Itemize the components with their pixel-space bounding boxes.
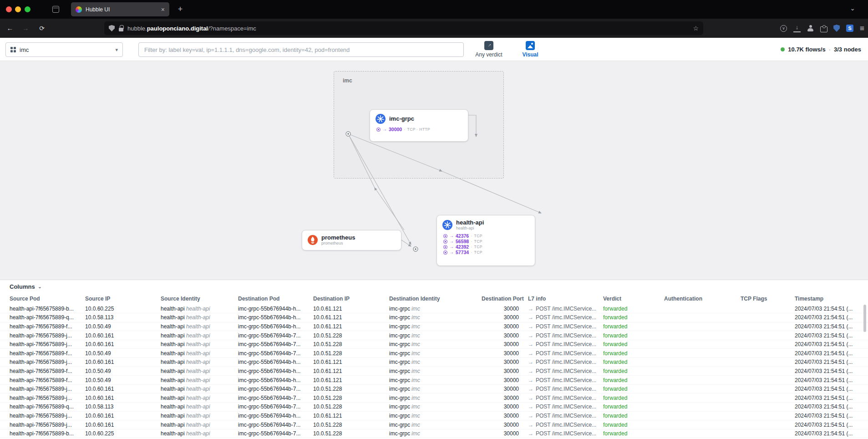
arrow-right-icon: → <box>528 332 533 339</box>
table-row[interactable]: health-api-7f65675889-j... 10.0.60.161 h… <box>0 358 868 367</box>
flows-scrollbar[interactable] <box>863 305 866 332</box>
cell-source-identity: health-apihealth-api <box>161 411 238 420</box>
table-row[interactable]: health-api-7f65675889-b... 10.0.60.225 h… <box>0 429 868 438</box>
namespace-grid-icon <box>10 47 16 52</box>
hamburger-menu-icon[interactable]: ≡ <box>860 25 864 32</box>
cell-timestamp: 2024/07/03 21:54:51 (... <box>795 304 868 313</box>
table-row[interactable]: health-api-7f65675889-f... 10.0.50.49 he… <box>0 322 868 331</box>
forward-button[interactable]: → <box>20 23 31 34</box>
namespace-select[interactable]: imc ▾ <box>5 42 123 57</box>
flows-header-row: Source Pod Source IP Source Identity Des… <box>0 293 868 304</box>
cell-timestamp: 2024/07/03 21:54:51 (... <box>795 411 868 420</box>
chevron-down-icon: ⌄ <box>38 284 42 290</box>
cell-source-ip: 10.0.50.49 <box>85 367 161 376</box>
cell-verdict: forwarded <box>603 331 664 340</box>
cell-verdict: forwarded <box>603 322 664 331</box>
table-row[interactable]: health-api-7f65675889-j... 10.0.60.161 h… <box>0 331 868 340</box>
port-number: 42392 <box>456 244 469 250</box>
table-row[interactable]: health-api-7f65675889-j... 10.0.60.161 h… <box>0 393 868 403</box>
dot-separator: · <box>471 239 472 244</box>
col-destination-port[interactable]: Destination Port <box>482 293 528 304</box>
table-row[interactable]: health-api-7f65675889-j... 10.0.60.161 h… <box>0 384 868 393</box>
adblock-shield-icon[interactable] <box>833 25 840 32</box>
access-point[interactable]: → 30000 · TCP · HTTP <box>376 127 462 132</box>
verdict-filter-button[interactable]: Any verdict <box>469 41 509 58</box>
cell-destination-identity: imc-grpcimc <box>389 304 482 313</box>
col-verdict[interactable]: Verdict <box>603 293 664 304</box>
s-extension-icon[interactable]: S <box>846 25 853 32</box>
cell-authentication <box>664 367 741 376</box>
col-destination-pod[interactable]: Destination Pod <box>238 293 313 304</box>
cell-source-pod: health-api-7f65675889-f... <box>0 349 85 358</box>
arrow-right-icon: → <box>382 127 387 132</box>
arrow-right-icon: → <box>449 234 454 238</box>
flow-filter-input[interactable] <box>138 42 464 57</box>
col-tcp-flags[interactable]: TCP Flags <box>741 293 795 304</box>
cell-authentication <box>664 322 741 331</box>
browser-tab[interactable]: Hubble UI × <box>71 2 169 16</box>
table-row[interactable]: health-api-7f65675889-j... 10.0.60.161 h… <box>0 411 868 420</box>
url-bar[interactable]: hubble.pauloponciano.digital/?namespace=… <box>104 21 703 35</box>
list-tabs-chevron-icon[interactable]: ⌄ <box>850 5 855 12</box>
cell-source-pod: health-api-7f65675889-f... <box>0 376 85 385</box>
cell-verdict: forwarded <box>603 349 664 358</box>
cell-timestamp: 2024/07/03 21:54:51 (... <box>795 367 868 376</box>
bookmark-star-icon[interactable]: ☆ <box>693 25 699 32</box>
table-row[interactable]: health-api-7f65675889-q... 10.0.58.113 h… <box>0 403 868 412</box>
service-subtitle: health-api <box>456 226 484 230</box>
cell-source-pod: health-api-7f65675889-b... <box>0 304 85 313</box>
col-timestamp[interactable]: Timestamp <box>795 293 868 304</box>
new-tab-button[interactable]: + <box>175 4 186 15</box>
col-destination-ip[interactable]: Destination IP <box>313 293 389 304</box>
access-point[interactable]: → 42392 · TCP <box>443 244 529 250</box>
account-icon[interactable] <box>807 25 814 32</box>
connection-status: 10.7K flows/s · 3/3 nodes <box>781 38 861 61</box>
access-point[interactable]: → 56598 · TCP <box>443 239 529 244</box>
col-l7-info[interactable]: L7 info <box>528 293 603 304</box>
access-point-icon <box>443 234 447 238</box>
table-row[interactable]: health-api-7f65675889-f... 10.0.50.49 he… <box>0 376 868 385</box>
tab-close-icon[interactable]: × <box>161 6 165 13</box>
table-row[interactable]: health-api-7f65675889-q... 10.0.58.113 h… <box>0 313 868 322</box>
cell-tcp-flags <box>741 340 795 349</box>
navbar-right-icons: ∨ ↓ S ≡ <box>780 19 864 38</box>
service-card-imc-grpc[interactable]: imc-grpc → 30000 · TCP · HTTP <box>370 109 468 142</box>
col-destination-identity[interactable]: Destination Identity <box>389 293 482 304</box>
col-source-ip[interactable]: Source IP <box>85 293 161 304</box>
col-authentication[interactable]: Authentication <box>664 293 741 304</box>
table-row[interactable]: health-api-7f65675889-f... 10.0.50.49 he… <box>0 349 868 358</box>
columns-selector[interactable]: Columns ⌄ <box>10 280 42 293</box>
access-point-icon <box>443 250 447 255</box>
extensions-puzzle-icon[interactable] <box>820 25 827 32</box>
access-point[interactable]: → 57734 · TCP <box>443 250 529 255</box>
cell-destination-port: 30000 <box>482 376 528 385</box>
pocket-icon[interactable]: ∨ <box>780 25 787 32</box>
cell-verdict: forwarded <box>603 393 664 403</box>
downloads-icon[interactable]: ↓ <box>793 24 801 32</box>
hubble-favicon-icon <box>76 6 82 13</box>
table-row[interactable]: health-api-7f65675889-j... 10.0.60.161 h… <box>0 420 868 429</box>
table-row[interactable]: health-api-7f65675889-j... 10.0.60.161 h… <box>0 340 868 349</box>
reload-button[interactable]: ⟳ <box>36 23 47 34</box>
access-point[interactable]: → 42376 · TCP <box>443 233 529 239</box>
table-row[interactable]: health-api-7f65675889-b... 10.0.60.225 h… <box>0 304 868 313</box>
service-card-health-api[interactable]: health-api health-api → 42376 · TCP → 56… <box>437 215 535 266</box>
visual-view-icon <box>526 41 535 50</box>
cell-destination-pod: imc-grpc-55b676944b-h... <box>238 367 313 376</box>
window-zoom-button[interactable] <box>25 6 30 12</box>
arrow-right-icon: → <box>528 323 533 330</box>
table-row[interactable]: health-api-7f65675889-f... 10.0.50.49 he… <box>0 367 868 376</box>
col-source-identity[interactable]: Source Identity <box>161 293 238 304</box>
window-minimize-button[interactable] <box>15 6 21 12</box>
cell-destination-port: 30000 <box>482 322 528 331</box>
firefox-view-icon[interactable] <box>52 6 59 13</box>
back-button[interactable]: ← <box>5 23 15 34</box>
lock-icon[interactable] <box>118 25 124 31</box>
col-source-pod[interactable]: Source Pod <box>0 293 85 304</box>
cell-destination-ip: 10.0.51.228 <box>313 331 389 340</box>
cell-source-identity: health-apihealth-api <box>161 340 238 349</box>
service-card-prometheus[interactable]: prometheus prometheus <box>302 230 401 250</box>
tracking-protection-shield-icon[interactable] <box>109 25 115 31</box>
visual-view-button[interactable]: Visual <box>512 41 548 58</box>
window-close-button[interactable] <box>6 6 12 12</box>
